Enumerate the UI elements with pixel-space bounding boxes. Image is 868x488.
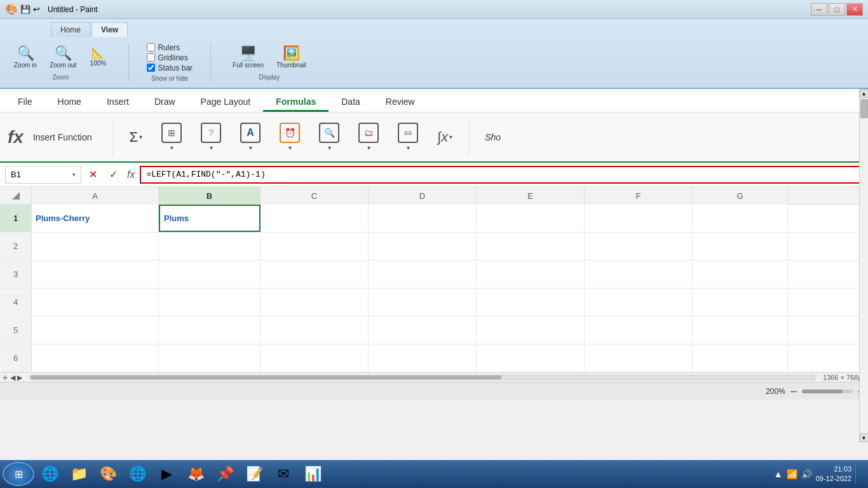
tab-page-layout[interactable]: Page Layout xyxy=(188,92,264,112)
statusbar-checkbox[interactable]: Status bar xyxy=(147,64,193,72)
col-header-a[interactable]: A xyxy=(32,187,159,205)
col-header-f[interactable]: F xyxy=(585,187,693,205)
cell-c4[interactable] xyxy=(261,288,369,316)
col-header-b[interactable]: B xyxy=(159,187,261,205)
financial-button[interactable]: ? ▾ xyxy=(195,119,227,154)
logical-button[interactable]: A ▾ xyxy=(234,119,266,154)
cell-b2[interactable] xyxy=(159,233,261,260)
show-button[interactable]: Sho xyxy=(479,129,506,146)
tab-home[interactable]: Home xyxy=(45,92,94,112)
cell-b4[interactable] xyxy=(159,288,261,316)
vertical-scrollbar[interactable]: ▲ ▼ xyxy=(859,89,868,442)
taskbar-chrome[interactable]: 🌐 xyxy=(123,463,151,485)
full-screen-button[interactable]: 🖥️ Full screen xyxy=(229,44,268,71)
cell-g6[interactable] xyxy=(693,344,788,372)
gridlines-check-input[interactable] xyxy=(147,53,155,62)
cell-e4[interactable] xyxy=(477,288,585,316)
formula-confirm-button[interactable]: ✓ xyxy=(104,166,122,184)
tab-draw[interactable]: Draw xyxy=(142,92,188,112)
cell-g5[interactable] xyxy=(693,316,788,344)
cell-e2[interactable] xyxy=(477,233,585,260)
show-desktop-button[interactable] xyxy=(855,464,860,484)
thumbnail-button[interactable]: 🖼️ Thumbnail xyxy=(273,44,310,71)
zoom-out-status[interactable]: ─ xyxy=(790,386,797,396)
col-header-g[interactable]: G xyxy=(693,187,788,205)
tray-arrow[interactable]: ▲ xyxy=(774,469,783,479)
clock[interactable]: 21:03 09-12-2022 xyxy=(816,464,851,484)
text-button[interactable]: ⏰ ▾ xyxy=(274,119,306,154)
cell-reference-box[interactable]: B1 ▾ xyxy=(5,166,81,184)
insert-function-button[interactable]: Insert Function xyxy=(27,129,98,146)
formula-input[interactable]: =LEFT(A1,FIND("-",A1)-1) xyxy=(140,166,863,184)
col-header-e[interactable]: E xyxy=(477,187,585,205)
statusbar-check-input[interactable] xyxy=(147,64,155,72)
close-button[interactable]: ✕ xyxy=(846,3,863,16)
cell-d1[interactable] xyxy=(369,205,477,232)
taskbar-ie[interactable]: 🌐 xyxy=(36,463,64,485)
cell-a6[interactable] xyxy=(32,344,159,372)
tab-file[interactable]: File xyxy=(5,92,45,112)
cell-e1[interactable] xyxy=(477,205,585,232)
rulers-checkbox[interactable]: Rulers xyxy=(147,43,180,52)
sheet-nav-button[interactable]: ◀ ▶ xyxy=(10,374,22,382)
zoom-slider[interactable] xyxy=(802,390,853,393)
add-sheet-button[interactable]: + xyxy=(3,372,8,383)
cell-b3[interactable] xyxy=(159,261,261,288)
col-header-c[interactable]: C xyxy=(261,187,369,205)
taskbar-mail[interactable]: ✉ xyxy=(269,463,297,485)
cell-f1[interactable] xyxy=(585,205,693,232)
cell-b6[interactable] xyxy=(159,344,261,372)
zoom-100-button[interactable]: 📐 100% xyxy=(85,46,111,69)
cell-c2[interactable] xyxy=(261,233,369,260)
cell-e3[interactable] xyxy=(477,261,585,288)
taskbar-word[interactable]: 📝 xyxy=(240,463,268,485)
col-header-d[interactable]: D xyxy=(369,187,477,205)
recently-used-button[interactable]: ⊞ ▾ xyxy=(156,119,187,154)
cell-e6[interactable] xyxy=(477,344,585,372)
rulers-check-input[interactable] xyxy=(147,43,155,51)
quick-access-undo[interactable]: ↩ xyxy=(33,4,40,14)
math-trig-button[interactable]: ≡≡ ▾ xyxy=(392,119,424,154)
formula-cancel-button[interactable]: ✕ xyxy=(84,166,102,184)
date-time-button[interactable]: 🔍 ▾ xyxy=(313,119,345,154)
paint-tab-home[interactable]: Home xyxy=(51,22,90,37)
cell-a4[interactable] xyxy=(32,288,159,316)
scroll-thumb-horizontal[interactable] xyxy=(31,376,501,379)
cell-f2[interactable] xyxy=(585,233,693,260)
maximize-button[interactable]: □ xyxy=(829,3,845,16)
cell-f4[interactable] xyxy=(585,288,693,316)
cell-d5[interactable] xyxy=(369,316,477,344)
cell-a3[interactable] xyxy=(32,261,159,288)
minimize-button[interactable]: ─ xyxy=(811,3,827,16)
scroll-up-button[interactable]: ▲ xyxy=(860,89,869,98)
cell-a2[interactable] xyxy=(32,233,159,260)
more-functions-button[interactable]: ∫x ▾ xyxy=(431,126,458,149)
cell-b1[interactable]: Plums xyxy=(159,205,261,232)
scroll-thumb-vertical[interactable] xyxy=(860,99,868,118)
autosum-button[interactable]: Σ ▾ xyxy=(124,126,149,149)
cell-f3[interactable] xyxy=(585,261,693,288)
network-icon[interactable]: 📶 xyxy=(787,469,797,479)
zoom-out-button[interactable]: 🔍 Zoom out xyxy=(46,44,80,71)
volume-icon[interactable]: 🔊 xyxy=(801,469,812,479)
cell-g4[interactable] xyxy=(693,288,788,316)
cell-c3[interactable] xyxy=(261,261,369,288)
tab-insert[interactable]: Insert xyxy=(94,92,142,112)
cell-c5[interactable] xyxy=(261,316,369,344)
scroll-down-button[interactable]: ▼ xyxy=(860,433,869,442)
cell-d4[interactable] xyxy=(369,288,477,316)
cell-f6[interactable] xyxy=(585,344,693,372)
taskbar-media[interactable]: ▶ xyxy=(153,463,180,485)
cell-a1[interactable]: Plums-Cherry xyxy=(32,205,159,232)
tab-formulas[interactable]: Formulas xyxy=(263,92,329,112)
start-button[interactable]: ⊞ xyxy=(3,462,34,486)
gridlines-checkbox[interactable]: Gridlines xyxy=(147,53,187,62)
cell-a5[interactable] xyxy=(32,316,159,344)
cell-g1[interactable] xyxy=(693,205,788,232)
quick-access-save[interactable]: 💾 xyxy=(20,4,31,14)
paint-tab-view[interactable]: View xyxy=(92,22,128,37)
cell-f5[interactable] xyxy=(585,316,693,344)
cell-g3[interactable] xyxy=(693,261,788,288)
cell-d2[interactable] xyxy=(369,233,477,260)
taskbar-paint[interactable]: 🎨 xyxy=(94,463,122,485)
